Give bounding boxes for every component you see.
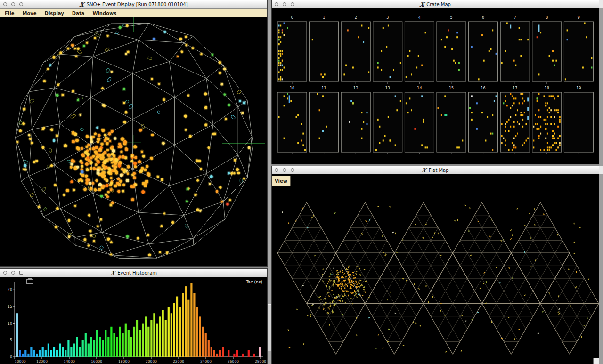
svg-text:12000: 12000 xyxy=(36,359,48,364)
crate-panel-7[interactable]: 7 xyxy=(500,16,530,84)
window-control-close[interactable] xyxy=(275,168,278,172)
svg-text:6: 6 xyxy=(482,16,484,20)
x11-logo-icon: X xyxy=(110,270,116,276)
svg-text:28000: 28000 xyxy=(255,359,266,364)
window-control-minimize[interactable] xyxy=(11,271,15,275)
crate-map-canvas[interactable]: 012345678910111213141516171819 xyxy=(272,8,599,164)
histogram-canvas[interactable]: 0510152010000120001400016000180002000022… xyxy=(0,277,267,364)
crate-panel-4[interactable]: 4 xyxy=(405,16,434,84)
x11-logo-icon: X xyxy=(421,167,427,174)
icosahedron-net xyxy=(277,202,599,354)
menu-move[interactable]: Move xyxy=(22,11,36,16)
menu-file[interactable]: File xyxy=(5,11,14,16)
svg-text:18000: 18000 xyxy=(118,359,130,364)
svg-text:26000: 26000 xyxy=(228,359,239,364)
svg-text:16000: 16000 xyxy=(91,359,102,364)
crate-panel-13[interactable]: 13 xyxy=(373,86,402,154)
window-control-minimize[interactable] xyxy=(283,168,286,172)
crate-panel-14[interactable]: 14 xyxy=(405,86,434,154)
divider-scrollbar[interactable] xyxy=(268,0,271,364)
svg-text:8: 8 xyxy=(546,16,548,20)
flat-map-canvas[interactable] xyxy=(272,174,599,364)
svg-text:20: 20 xyxy=(8,288,12,292)
right-edge-strip xyxy=(599,0,603,364)
window-control-minimize[interactable] xyxy=(283,2,286,6)
svg-text:10: 10 xyxy=(8,322,12,326)
titlebar-sliver xyxy=(599,166,603,174)
crate-panel-8[interactable]: 8 xyxy=(532,16,562,84)
histogram-window: X Event Histogram 0510152010000120001400… xyxy=(0,268,268,364)
histogram-titlebar[interactable]: X Event Histogram xyxy=(0,269,267,277)
svg-text:2: 2 xyxy=(355,16,357,20)
window-title: X Event Histogram xyxy=(111,270,157,276)
window-title-text: Event Histogram xyxy=(117,270,157,275)
crate-panel-0[interactable]: 0 xyxy=(277,16,307,84)
crate-panel-15[interactable]: 15 xyxy=(437,86,466,154)
view-menu-button[interactable]: View xyxy=(272,176,291,186)
window-title: X SNO+ Event Display [Run 071800 010104] xyxy=(80,1,187,8)
svg-text:16: 16 xyxy=(481,86,486,90)
resize-grip[interactable] xyxy=(593,358,599,364)
window-control-close[interactable] xyxy=(275,2,278,6)
menu-display[interactable]: Display xyxy=(45,11,64,16)
flat-map-titlebar[interactable]: X Flat Map xyxy=(272,166,599,175)
coordinate-axes xyxy=(127,17,265,149)
crate-panel-11[interactable]: 11 xyxy=(310,86,339,154)
svg-text:3: 3 xyxy=(386,16,389,20)
menu-windows[interactable]: Windows xyxy=(92,11,116,16)
crate-panel-2[interactable]: 2 xyxy=(341,16,370,84)
svg-text:20000: 20000 xyxy=(146,359,157,364)
window-control-close[interactable] xyxy=(3,271,7,275)
svg-text:10: 10 xyxy=(290,86,294,90)
titlebar-sliver xyxy=(599,0,603,8)
window-control-maximize[interactable] xyxy=(19,2,23,6)
crate-panel-3[interactable]: 3 xyxy=(373,16,402,84)
svg-text:0: 0 xyxy=(10,355,12,359)
svg-text:1: 1 xyxy=(323,16,325,20)
crate-panel-16[interactable]: 16 xyxy=(469,86,498,154)
histogram-corner-label: Tac (ns) xyxy=(245,280,262,284)
flat-map-window: X Flat Map View xyxy=(271,166,599,364)
window-control-maximize[interactable] xyxy=(19,271,23,275)
crate-panel-18[interactable]: 18 xyxy=(532,86,562,154)
svg-text:0: 0 xyxy=(291,16,293,20)
crate-panel-9[interactable]: 9 xyxy=(564,16,593,84)
crate-map-titlebar[interactable]: X Crate Map xyxy=(272,0,599,9)
crate-panel-10[interactable]: 10 xyxy=(277,86,307,154)
crate-panel-6[interactable]: 6 xyxy=(469,16,498,84)
crate-panel-17[interactable]: 17 xyxy=(500,86,530,154)
menu-bar: FileMoveDisplayDataWindows xyxy=(0,9,267,18)
detach-plot-icon[interactable] xyxy=(26,279,33,284)
svg-text:19: 19 xyxy=(576,86,581,90)
svg-text:22000: 22000 xyxy=(173,359,184,364)
svg-text:24000: 24000 xyxy=(200,359,212,364)
svg-text:14: 14 xyxy=(417,86,422,90)
svg-text:17: 17 xyxy=(513,86,517,90)
window-control-close[interactable] xyxy=(3,2,7,6)
scrollbar-thumb[interactable] xyxy=(268,304,271,351)
window-title-text: SNO+ Event Display [Run 071800 010104] xyxy=(87,2,188,7)
svg-text:7: 7 xyxy=(514,16,516,20)
window-control-minimize[interactable] xyxy=(11,2,15,6)
crate-panel-19[interactable]: 19 xyxy=(564,86,593,154)
svg-text:12: 12 xyxy=(353,86,358,90)
svg-text:10000: 10000 xyxy=(15,359,26,364)
window-control-maximize[interactable] xyxy=(291,2,294,6)
svg-text:13: 13 xyxy=(385,86,390,90)
window-title-text: Flat Map xyxy=(429,168,449,173)
crate-panel-5[interactable]: 5 xyxy=(437,16,466,84)
event-display-window: X SNO+ Event Display [Run 071800 010104]… xyxy=(0,0,268,267)
svg-text:4: 4 xyxy=(418,16,421,20)
svg-text:5: 5 xyxy=(10,338,12,342)
menu-data[interactable]: Data xyxy=(72,11,85,16)
crate-panel-12[interactable]: 12 xyxy=(341,86,370,154)
event-display-titlebar[interactable]: X SNO+ Event Display [Run 071800 010104] xyxy=(0,0,267,9)
svg-text:11: 11 xyxy=(322,86,326,90)
svg-text:9: 9 xyxy=(578,16,580,20)
window-control-maximize[interactable] xyxy=(291,168,294,172)
x11-logo-icon: X xyxy=(419,1,425,8)
svg-text:5: 5 xyxy=(450,16,452,20)
event-display-canvas[interactable] xyxy=(0,17,267,266)
window-title-text: Crate Map xyxy=(426,2,451,7)
crate-panel-1[interactable]: 1 xyxy=(310,16,339,84)
